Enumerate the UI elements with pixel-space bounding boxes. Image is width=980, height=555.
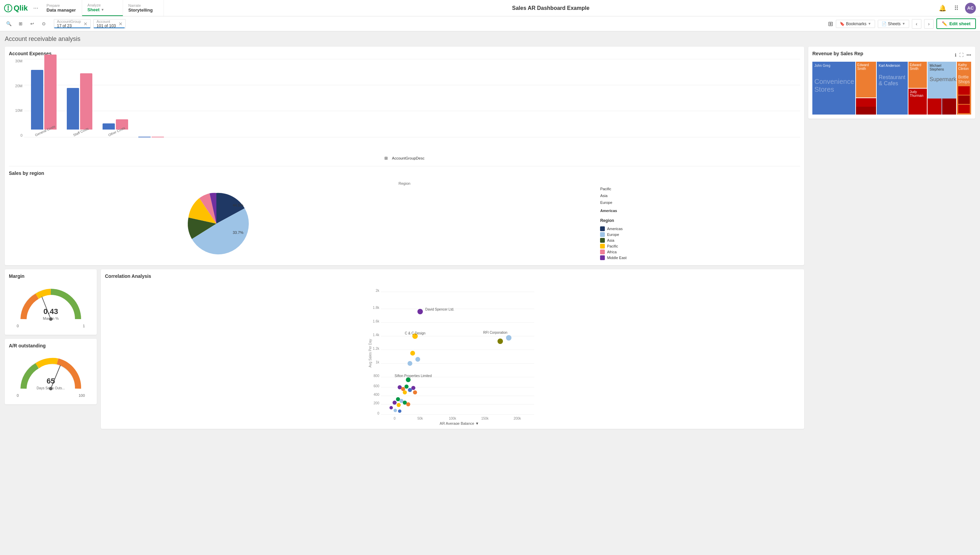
bookmark-icon: 🔖 [839,21,845,26]
region-legend-title: Region [600,218,626,223]
margin-card: Margin 0.43 [5,269,97,335]
page-content: Account receivable analysis Revenue by S… [0,31,980,433]
sheets-button[interactable]: 📄 Sheets ▼ [878,20,909,28]
nav-analyze[interactable]: Analyze Sheet ▼ [82,0,123,16]
narrate-main: Storytelling [128,8,158,13]
prepare-sub: Prepare [47,3,76,8]
revenue-actions: ℹ ⛶ ••• [955,53,971,58]
layout-icon[interactable]: ⊞ [828,20,833,27]
correlation-card: Correlation Analysis Avg Sales Per Day 2… [101,269,804,429]
svg-text:200: 200 [374,401,379,405]
bookmarks-button[interactable]: 🔖 Bookmarks ▼ [836,20,875,28]
legend-color [600,226,605,231]
legend-item: Pacific [600,244,626,249]
region-side: Pacific Asia Europe Americas Region [600,187,626,261]
prev-sheet-button[interactable]: ‹ [912,19,921,29]
bookmarks-label: Bookmarks [846,21,866,26]
point-c5 [411,386,416,390]
point-l8 [393,409,397,412]
svg-text:David Spencer Ltd.: David Spencer Ltd. [425,308,454,311]
logo[interactable]: Qlik [4,4,28,13]
ar-gauge: 65 Days Sales Outs... 0 100 [9,351,93,398]
point-l4 [396,403,401,407]
expenses-legend-label: AccountGroupDesc [392,156,424,160]
legend-icon: ⊞ [384,156,388,160]
pie-label-americas: 44.5% [233,203,243,207]
grid-apps-icon[interactable]: ⠿ [951,3,961,13]
region-americas-label: Americas [600,209,626,213]
more-menu-button[interactable]: ··· [31,5,41,11]
svg-text:2k: 2k [376,289,380,292]
filter-icon-group: 🔍 ⊞ ↩ ⊙ [4,19,48,29]
region-chart-label: Region [9,181,800,186]
legend-item: Europe [600,232,626,237]
legend-item: Africa [600,250,626,254]
info-icon[interactable]: ℹ [955,53,956,58]
avatar[interactable]: AC [965,3,976,14]
margin-gauge-svg: 0.43 Margin % [17,282,85,322]
filter-label-1: AccountGroup [57,19,81,24]
legend-label: Americas [607,227,623,231]
svg-text:0: 0 [393,417,396,420]
revenue-card: Revenue by Sales Rep ℹ ⛶ ••• John Greg C… [808,47,975,119]
filter-label-2: Account [96,19,116,24]
legend-label: Asia [607,238,614,242]
legend-item: Americas [600,226,626,231]
legend-label: Pacific [607,244,618,248]
svg-text:1.4k: 1.4k [373,333,380,337]
filter-account[interactable]: Account 101 of 103 ✕ [93,19,126,29]
bar-group-empty [138,137,164,137]
row2: Margin 0.43 [5,269,804,429]
analyze-main: Sheet ▼ [88,7,117,12]
svg-text:800: 800 [374,374,379,378]
edit-sheet-button[interactable]: ✏️ Edit sheet [936,18,976,29]
back-icon[interactable]: ↩ [27,19,37,29]
legend-label: Africa [607,250,616,254]
margin-gauge-labels: 0 1 [17,324,85,328]
svg-text:1k: 1k [376,360,380,364]
bar-group-other: Other Costs [102,119,128,137]
svg-text:1.2k: 1.2k [373,347,380,350]
select-all-icon[interactable]: ⊞ [16,19,25,29]
legend-color [600,244,605,249]
x-axis-label: AR Average Balance ▼ [440,421,479,425]
fullscreen-icon[interactable]: ⛶ [959,53,964,58]
point-l7 [390,406,393,409]
point-c6 [403,390,407,395]
filter-close-2[interactable]: ✕ [118,21,123,27]
sheets-icon: 📄 [881,21,887,26]
analyze-sub: Analyze [88,3,117,7]
expenses-card: Account Expenses 30M 20M 10M 0 [5,47,804,265]
qlik-logo-icon [4,4,12,12]
next-sheet-button[interactable]: › [924,19,934,29]
point-c7 [413,390,417,395]
treemap[interactable]: John Greg Convenience Stores Edward Smit… [812,62,971,115]
svg-text:200k: 200k [513,417,521,420]
correlation-svg: Avg Sales Per Day 2k 1.8k 1.6k 1.4k 1.2k… [105,282,800,425]
more-options-icon[interactable]: ••• [966,53,971,58]
filter-bar: 🔍 ⊞ ↩ ⊙ AccountGroup 17 of 23 ✕ Account … [0,16,980,31]
filter-close-1[interactable]: ✕ [83,21,88,27]
svg-text:50k: 50k [417,417,423,420]
svg-text:C & C Design: C & C Design [405,331,425,335]
search-icon[interactable]: 🔍 [4,19,14,29]
expenses-y-axis: 30M 20M 10M 0 [9,59,22,137]
svg-text:0: 0 [377,411,379,415]
margin-title: Margin [9,273,93,279]
ar-gauge-svg: 65 Days Sales Outs... [17,351,85,392]
legend-item: Middle East [600,255,626,260]
clear-icon[interactable]: ⊙ [39,19,48,29]
notification-icon[interactable]: 🔔 [938,3,947,13]
ar-label-text: Days Sales Outs... [37,386,65,390]
nav-prepare[interactable]: Prepare Data manager [41,0,82,16]
pie-label-europe: 33.7% [233,231,243,234]
legend-item: Asia [600,238,626,243]
correlation-chart: Avg Sales Per Day 2k 1.8k 1.6k 1.4k 1.2k… [105,282,800,425]
svg-text:1.8k: 1.8k [373,306,380,310]
nav-narrate[interactable]: Narrate Storytelling [123,0,164,16]
filter-account-group[interactable]: AccountGroup 17 of 23 ✕ [54,19,91,29]
margin-max: 1 [83,324,85,328]
treemap-col-4: Edward Smith Judy Thurman [908,62,927,115]
treemap-cell-1: John Greg Convenience Stores [812,62,855,115]
ar-title: A/R outstanding [9,343,93,348]
